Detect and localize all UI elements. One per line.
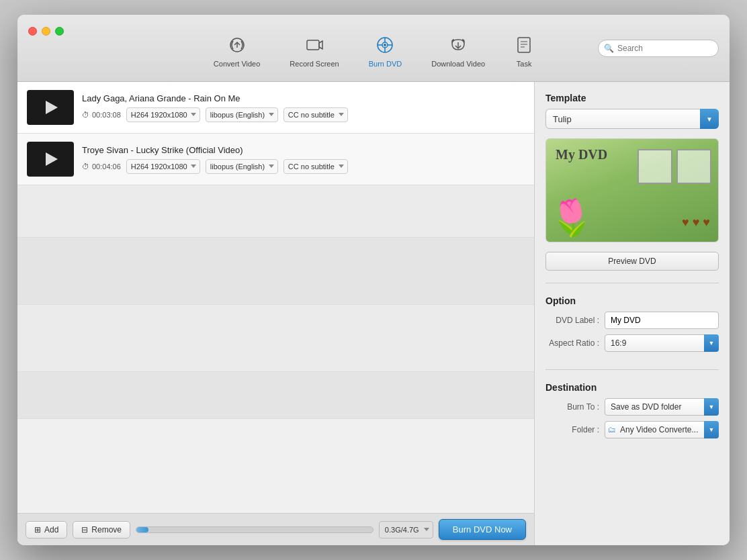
audio-select-1[interactable]: libopus (English) bbox=[206, 107, 278, 122]
clock-icon-2: ⏱ bbox=[82, 162, 89, 171]
burn-dvd-now-button[interactable]: Burn DVD Now bbox=[439, 519, 526, 540]
folder-select-wrapper: Any Video Converte... 🗂 ▼ bbox=[605, 421, 719, 438]
template-title: Template bbox=[545, 93, 719, 103]
empty-slot-2 bbox=[17, 238, 534, 305]
bottom-bar: ⊞ Add ⊟ Remove 0.3G/4.7G Burn DVD Now bbox=[17, 513, 534, 545]
video-meta-2: ⏱ 00:04:06 H264 1920x1080 libopus (Engli… bbox=[82, 159, 525, 174]
main-content: Lady Gaga, Ariana Grande - Rain On Me ⏱ … bbox=[17, 82, 730, 545]
empty-slot-1 bbox=[17, 185, 534, 238]
record-screen-icon bbox=[305, 36, 324, 57]
toolbar-item-task[interactable]: Task bbox=[500, 30, 548, 73]
right-panel: Template Tulip Modern Classic Elegant ▼ … bbox=[535, 82, 730, 545]
minimize-button[interactable] bbox=[42, 27, 50, 36]
dvd-label-input[interactable] bbox=[605, 312, 719, 329]
aspect-ratio-row: Aspect Ratio : 16:9 4:3 ▼ bbox=[545, 334, 719, 352]
dvd-preview-label: My DVD bbox=[556, 147, 607, 162]
left-panel: Lady Gaga, Ariana Grande - Rain On Me ⏱ … bbox=[17, 82, 535, 545]
play-icon-2 bbox=[46, 152, 58, 166]
toolbar-item-burn-dvd[interactable]: Burn DVD bbox=[354, 30, 417, 73]
burn-to-label: Burn To : bbox=[545, 402, 599, 412]
template-select[interactable]: Tulip Modern Classic Elegant bbox=[545, 109, 719, 129]
duration-1: 00:03:08 bbox=[92, 111, 121, 119]
destination-section: Destination Burn To : Save as DVD folder… bbox=[545, 382, 719, 444]
record-screen-label: Record Screen bbox=[290, 60, 339, 68]
task-icon bbox=[515, 36, 533, 57]
svg-marker-2 bbox=[319, 41, 322, 49]
burn-dvd-icon bbox=[376, 36, 394, 57]
aspect-ratio-label: Aspect Ratio : bbox=[545, 338, 599, 348]
video-title-2: Troye Sivan - Lucky Strike (Official Vid… bbox=[82, 145, 525, 155]
aspect-ratio-select[interactable]: 16:9 4:3 bbox=[605, 334, 719, 352]
tulip-decoration: 🌷 bbox=[548, 198, 595, 236]
capacity-select[interactable]: 0.3G/4.7G bbox=[379, 521, 433, 539]
video-meta-1: ⏱ 00:03:08 H264 1920x1080 libopus (Engli… bbox=[82, 107, 525, 122]
download-video-label: Download Video bbox=[431, 60, 485, 68]
video-thumbnail-1 bbox=[27, 90, 74, 125]
toolbar-item-download-video[interactable]: Download Video bbox=[416, 30, 500, 73]
dvd-label-label: DVD Label : bbox=[545, 316, 599, 325]
folder-row: Folder : Any Video Converte... 🗂 ▼ bbox=[545, 421, 719, 438]
capacity-fill bbox=[136, 527, 148, 532]
subtitle-select-2[interactable]: CC no subtitle bbox=[283, 159, 348, 174]
destination-title: Destination bbox=[545, 382, 719, 393]
subtitle-select-1[interactable]: CC no subtitle bbox=[283, 107, 348, 122]
remove-icon: ⊟ bbox=[81, 525, 88, 534]
option-title: Option bbox=[545, 295, 719, 306]
burn-to-select[interactable]: Save as DVD folder Burn to Disc bbox=[605, 398, 719, 416]
play-icon-1 bbox=[46, 101, 58, 114]
option-section: Option DVD Label : Aspect Ratio : 16:9 4… bbox=[545, 295, 719, 357]
clock-icon-1: ⏱ bbox=[82, 111, 89, 119]
duration-2: 00:04:06 bbox=[92, 162, 121, 171]
search-icon: 🔍 bbox=[604, 44, 614, 53]
codec-select-1[interactable]: H264 1920x1080 bbox=[126, 107, 200, 122]
dvd-frames bbox=[638, 149, 711, 184]
video-item-2[interactable]: Troye Sivan - Lucky Strike (Official Vid… bbox=[17, 134, 534, 185]
burn-to-row: Burn To : Save as DVD folder Burn to Dis… bbox=[545, 398, 719, 416]
heart-1: ♥ bbox=[682, 216, 689, 230]
download-video-icon bbox=[449, 36, 468, 57]
divider-1 bbox=[545, 283, 719, 283]
remove-button[interactable]: ⊟ Remove bbox=[73, 521, 130, 539]
toolbar-item-convert-video[interactable]: Convert Video bbox=[199, 30, 275, 73]
search-input[interactable] bbox=[598, 40, 719, 57]
duration-badge-1: ⏱ 00:03:08 bbox=[82, 111, 121, 119]
video-title-1: Lady Gaga, Ariana Grande - Rain On Me bbox=[82, 93, 525, 103]
convert-video-label: Convert Video bbox=[214, 60, 261, 68]
audio-select-2[interactable]: libopus (English) bbox=[206, 159, 278, 174]
video-info-1: Lady Gaga, Ariana Grande - Rain On Me ⏱ … bbox=[82, 93, 525, 122]
dvd-frame-1 bbox=[638, 149, 672, 184]
toolbar-item-record-screen[interactable]: Record Screen bbox=[275, 30, 353, 73]
divider-2 bbox=[545, 369, 719, 370]
heart-decorations: ♥ ♥ ♥ bbox=[682, 216, 710, 230]
remove-label: Remove bbox=[91, 525, 122, 534]
maximize-button[interactable] bbox=[55, 27, 64, 36]
folder-select[interactable]: Any Video Converte... bbox=[605, 421, 719, 438]
add-button[interactable]: ⊞ Add bbox=[26, 521, 67, 539]
svg-rect-11 bbox=[518, 38, 530, 52]
video-thumbnail-2 bbox=[27, 142, 74, 177]
heart-3: ♥ bbox=[703, 216, 710, 230]
capacity-progress bbox=[136, 526, 374, 533]
close-button[interactable] bbox=[28, 27, 37, 36]
template-preview: My DVD 🌷 ♥ ♥ ♥ bbox=[545, 138, 719, 242]
dvd-label-row: DVD Label : bbox=[545, 312, 719, 329]
empty-slot-3 bbox=[17, 305, 534, 372]
add-label: Add bbox=[44, 525, 58, 534]
template-section: Template Tulip Modern Classic Elegant ▼ bbox=[545, 93, 719, 129]
svg-point-9 bbox=[384, 44, 386, 46]
preview-dvd-button[interactable]: Preview DVD bbox=[545, 252, 719, 271]
traffic-lights bbox=[28, 27, 64, 36]
dvd-preview-bg: My DVD 🌷 ♥ ♥ ♥ bbox=[546, 139, 718, 242]
burn-dvd-label: Burn DVD bbox=[369, 60, 402, 68]
heart-2: ♥ bbox=[693, 216, 700, 230]
video-info-2: Troye Sivan - Lucky Strike (Official Vid… bbox=[82, 145, 525, 174]
main-window: Convert Video Record Screen bbox=[17, 15, 730, 545]
dvd-frame-2 bbox=[676, 149, 711, 184]
video-item-1[interactable]: Lady Gaga, Ariana Grande - Rain On Me ⏱ … bbox=[17, 82, 534, 134]
convert-video-icon bbox=[228, 36, 247, 57]
title-bar: Convert Video Record Screen bbox=[17, 15, 730, 82]
svg-rect-1 bbox=[307, 40, 319, 50]
duration-badge-2: ⏱ 00:04:06 bbox=[82, 162, 121, 171]
codec-select-2[interactable]: H264 1920x1080 bbox=[126, 159, 200, 174]
task-label: Task bbox=[517, 60, 532, 68]
